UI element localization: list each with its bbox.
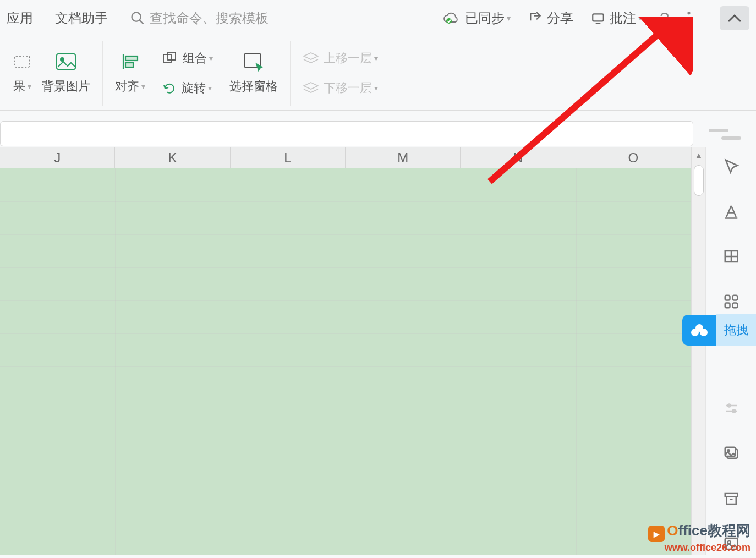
apps-icon[interactable] — [720, 291, 742, 313]
more-vertical-icon — [687, 10, 691, 26]
align-icon — [120, 52, 141, 72]
select-pane-button[interactable]: 选择窗格 — [229, 52, 278, 95]
column-headers: J K L M N O — [0, 147, 691, 168]
collapse-ribbon-button[interactable] — [720, 6, 749, 30]
svg-point-5 — [687, 12, 690, 14]
select-tool-icon[interactable] — [720, 155, 742, 177]
help-button[interactable]: ? — [660, 9, 669, 28]
formula-bar-row — [0, 120, 756, 147]
chevron-down-icon: ▾ — [28, 82, 31, 91]
annotate-label: 批注 — [610, 9, 636, 27]
svg-marker-17 — [304, 53, 318, 59]
col-header-j[interactable]: J — [0, 147, 115, 168]
svg-rect-3 — [593, 14, 604, 21]
share-label: 分享 — [547, 9, 573, 27]
col-header-k[interactable]: K — [115, 147, 230, 168]
chevron-down-icon: ▾ — [507, 14, 511, 23]
send-backward-label: 下移一层 — [324, 80, 372, 96]
svg-rect-35 — [726, 496, 736, 504]
app-label: 应用 — [7, 9, 33, 27]
drag-tab-label: 拖拽 — [716, 314, 756, 346]
search-placeholder: 查找命令、搜索模板 — [150, 9, 269, 27]
svg-rect-9 — [57, 54, 75, 69]
bg-image-label: 背景图片 — [42, 78, 90, 95]
chevron-down-icon: ▾ — [141, 82, 145, 91]
chevron-down-icon: ▾ — [374, 84, 378, 92]
table-icon[interactable] — [720, 245, 742, 267]
rotate-label: 旋转 — [182, 80, 206, 96]
text-format-icon[interactable] — [720, 200, 742, 222]
doc-assistant-label: 文档助手 — [55, 9, 108, 27]
chevron-up-icon — [727, 13, 742, 23]
chevron-down-icon: ▾ — [638, 14, 642, 23]
effect-button[interactable]: 果▾ — [12, 52, 32, 95]
share-icon — [528, 11, 543, 25]
svg-line-1 — [140, 20, 144, 24]
annotate-icon — [591, 11, 605, 25]
svg-rect-15 — [168, 52, 176, 60]
svg-rect-23 — [725, 296, 730, 300]
drag-handle[interactable] — [709, 129, 728, 132]
drag-tab[interactable]: 拖拽 — [682, 315, 756, 346]
group-label: 组合 — [183, 50, 207, 67]
svg-point-10 — [61, 58, 64, 61]
svg-rect-14 — [163, 54, 171, 62]
search-icon — [130, 10, 145, 26]
rotate-button[interactable]: 旋转 ▾ — [162, 77, 213, 99]
formula-bar[interactable] — [0, 121, 693, 146]
bg-image-button[interactable]: 背景图片 — [42, 52, 90, 95]
group-icon — [162, 51, 178, 65]
effect-icon — [12, 52, 32, 72]
svg-point-7 — [687, 21, 690, 24]
settings-slider-icon[interactable] — [720, 397, 742, 419]
watermark-badge-icon: ▸ — [648, 526, 665, 542]
scroll-thumb[interactable] — [694, 165, 704, 196]
spreadsheet-area: J K L M N O — [0, 147, 691, 555]
col-header-l[interactable]: L — [231, 147, 346, 168]
panel-grip[interactable] — [721, 136, 741, 140]
col-header-n[interactable]: N — [461, 147, 576, 168]
svg-rect-12 — [125, 56, 138, 61]
sync-label: 已同步 — [465, 9, 505, 27]
vertical-scrollbar[interactable]: ▲ — [691, 147, 705, 555]
gallery-icon[interactable] — [720, 442, 742, 464]
svg-point-6 — [687, 17, 690, 19]
svg-point-0 — [132, 12, 141, 21]
watermark-url: www.office26.com — [648, 542, 750, 554]
rotate-icon — [162, 81, 177, 95]
app-menu[interactable]: 应用 — [7, 9, 33, 27]
share-button[interactable]: 分享 — [528, 9, 573, 27]
cloud-sync-icon — [443, 11, 461, 25]
sync-status[interactable]: 已同步 ▾ — [443, 9, 511, 27]
side-panel — [705, 147, 756, 555]
send-backward-button: 下移一层 ▾ — [303, 77, 378, 99]
chevron-down-icon: ▾ — [374, 54, 378, 63]
cloud-service-icon[interactable] — [682, 315, 716, 346]
send-backward-icon — [303, 81, 319, 95]
annotate-button[interactable]: 批注 ▾ — [591, 9, 642, 27]
bring-forward-label: 上移一层 — [324, 50, 372, 67]
svg-point-41 — [695, 324, 703, 332]
archive-icon[interactable] — [720, 488, 742, 510]
col-header-o[interactable]: O — [576, 147, 691, 168]
chevron-down-icon: ▾ — [209, 54, 213, 63]
search-box[interactable]: 查找命令、搜索模板 — [130, 9, 269, 27]
scroll-up-arrow[interactable]: ▲ — [695, 151, 703, 160]
watermark: ▸Office教程网 www.office26.com — [648, 521, 750, 554]
svg-rect-25 — [725, 303, 730, 308]
doc-assistant[interactable]: 文档助手 — [55, 9, 108, 27]
svg-rect-8 — [14, 56, 30, 67]
more-menu[interactable] — [687, 10, 695, 26]
top-menu-bar: 应用 文档助手 查找命令、搜索模板 已同步 ▾ 分享 批注 ▾ ? — [0, 0, 756, 36]
ribbon-toolbar: 果▾ 背景图片 对齐▾ 组合 ▾ 旋转 — [0, 36, 756, 111]
cell-grid[interactable] — [0, 168, 691, 555]
chevron-down-icon: ▾ — [208, 84, 212, 92]
svg-rect-24 — [732, 296, 737, 300]
select-pane-label: 选择窗格 — [229, 78, 278, 95]
group-button[interactable]: 组合 ▾ — [162, 47, 213, 69]
svg-marker-18 — [304, 83, 318, 89]
align-button[interactable]: 对齐▾ — [115, 52, 145, 95]
bring-forward-button: 上移一层 ▾ — [303, 47, 378, 69]
col-header-m[interactable]: M — [346, 147, 461, 168]
svg-rect-26 — [732, 303, 737, 308]
